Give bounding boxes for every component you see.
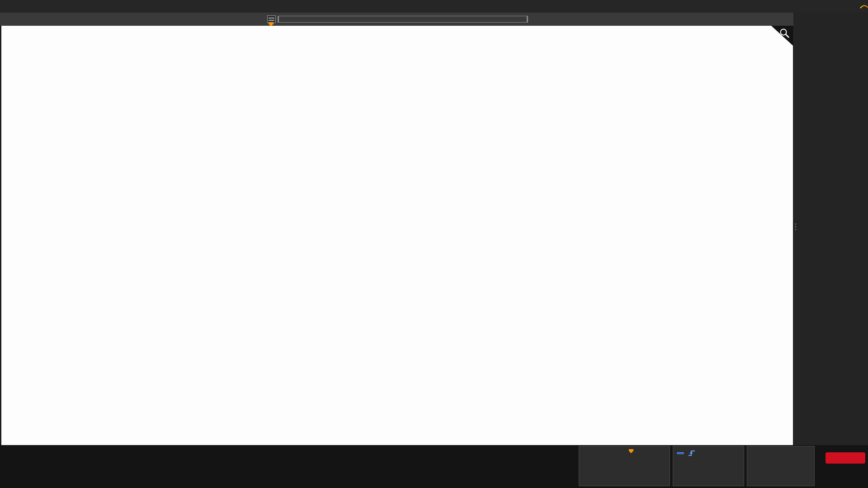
navigator-track[interactable]: [278, 16, 528, 23]
waveform-plot[interactable]: [1, 26, 793, 445]
panel-buttons: [793, 15, 868, 21]
stopped-button[interactable]: [826, 452, 865, 464]
magnifier-icon[interactable]: [779, 28, 791, 39]
rising-edge-icon: [688, 450, 695, 457]
waveform-view-column: [0, 13, 793, 445]
logo-arc: [860, 5, 868, 9]
panel-grip-handle[interactable]: ⋮: [792, 225, 799, 229]
acquisition-panel[interactable]: [747, 446, 815, 486]
waveform-view-bar: [0, 13, 793, 26]
horizontal-panel[interactable]: [579, 446, 670, 486]
trigger-source-badge[interactable]: [677, 452, 684, 454]
trigger-panel[interactable]: [673, 446, 744, 486]
plot-overlays: [1, 26, 793, 445]
menu-bar: [0, 0, 868, 13]
bottom-bar: [0, 445, 868, 488]
status-area: [823, 445, 868, 488]
position-icon: [629, 449, 633, 453]
right-panel: ⋮: [793, 13, 868, 445]
horizontal-navigator[interactable]: [267, 15, 528, 23]
expand-icon[interactable]: [267, 15, 276, 23]
